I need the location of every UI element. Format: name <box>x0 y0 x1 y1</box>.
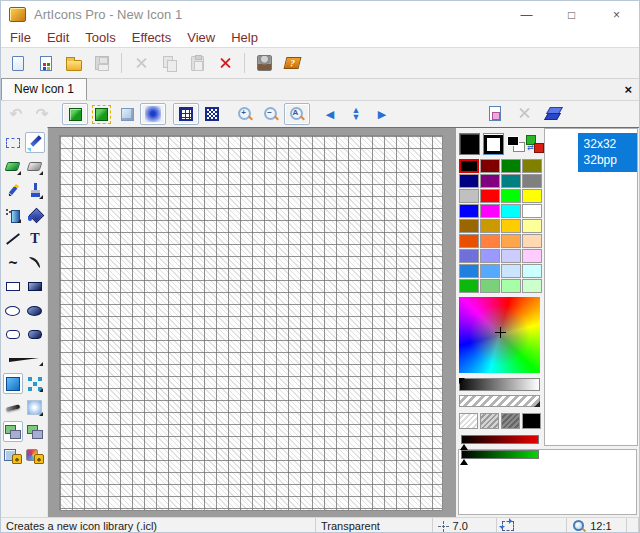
line-button[interactable] <box>3 228 23 249</box>
palette-swatch-24[interactable] <box>459 249 479 263</box>
filled-rectangle-button[interactable] <box>25 276 45 297</box>
palette-swatch-20[interactable] <box>459 234 479 248</box>
color-picker-button[interactable] <box>25 132 45 153</box>
palette-swatch-14[interactable] <box>501 204 521 218</box>
palette-swatch-35[interactable] <box>522 279 542 293</box>
foreground-color-swatch[interactable] <box>459 133 480 155</box>
delete-format-button[interactable] <box>512 103 536 123</box>
transparent-view-button[interactable] <box>114 103 140 125</box>
scroll-vertical-button[interactable] <box>343 103 369 125</box>
scatter-style-button[interactable] <box>25 373 45 394</box>
fill-button[interactable] <box>25 204 45 225</box>
format-item-32x32[interactable]: 32x3232bpp <box>545 133 637 172</box>
wizard-button[interactable] <box>250 50 278 76</box>
new-icon-button[interactable] <box>32 50 60 76</box>
shift-colors-button[interactable] <box>3 421 23 442</box>
copy-button[interactable] <box>155 50 183 76</box>
palette-swatch-27[interactable] <box>522 249 542 263</box>
red-channel-slider[interactable] <box>461 435 539 444</box>
test-icon-button[interactable] <box>541 103 565 123</box>
menu-effects[interactable]: Effects <box>124 30 180 45</box>
redo-button[interactable]: ↷ <box>29 103 55 125</box>
palette-swatch-13[interactable] <box>480 204 500 218</box>
ellipse-button[interactable] <box>3 300 23 321</box>
pencil-button[interactable] <box>3 180 23 201</box>
paste-button[interactable] <box>183 50 211 76</box>
minimize-button[interactable]: — <box>504 1 549 28</box>
spray-button[interactable] <box>3 204 23 225</box>
arc-button[interactable] <box>25 252 45 273</box>
curve-button[interactable]: ~ <box>3 252 23 273</box>
zoom-out-button[interactable]: − <box>258 103 284 125</box>
eraser-alt-button[interactable] <box>25 156 45 177</box>
palette-swatch-30[interactable] <box>501 264 521 278</box>
palette-swatch-8[interactable] <box>459 189 479 203</box>
grayscale-slider[interactable] <box>459 378 540 391</box>
scroll-right-button[interactable]: ▶ <box>369 103 395 125</box>
palette-swatch-15[interactable] <box>522 204 542 218</box>
palette-swatch-9[interactable] <box>480 189 500 203</box>
cut-button[interactable] <box>127 50 155 76</box>
drawing-canvas[interactable] <box>59 135 443 511</box>
menu-view[interactable]: View <box>179 30 223 45</box>
close-button[interactable]: × <box>594 1 639 28</box>
palette-swatch-18[interactable] <box>501 219 521 233</box>
palette-swatch-1[interactable] <box>480 159 500 173</box>
menu-file[interactable]: File <box>2 30 39 45</box>
open-button[interactable] <box>60 50 88 76</box>
palette-swatch-34[interactable] <box>501 279 521 293</box>
lock-transparency-button[interactable] <box>3 445 23 466</box>
menu-help[interactable]: Help <box>223 30 266 45</box>
normal-fill-style-button[interactable] <box>3 373 23 394</box>
show-grid-button[interactable] <box>173 103 199 125</box>
pattern-grid-button[interactable] <box>199 103 225 125</box>
palette-swatch-10[interactable] <box>501 189 521 203</box>
smooth-view-button[interactable] <box>140 103 166 125</box>
tab-new-icon-1[interactable]: New Icon 1 <box>1 78 87 100</box>
lock-colors-button[interactable] <box>25 445 45 466</box>
menu-edit[interactable]: Edit <box>39 30 77 45</box>
rectangular-selection-button[interactable] <box>3 132 23 153</box>
normal-view-button[interactable] <box>62 103 88 125</box>
shade-swatch-medium[interactable] <box>480 413 499 429</box>
default-colors-swatch[interactable] <box>507 136 523 152</box>
shift-colors-alt-button[interactable] <box>25 421 45 442</box>
text-button[interactable]: T <box>25 228 45 249</box>
swap-colors-button[interactable]: ⇄ <box>526 135 543 153</box>
palette-swatch-11[interactable] <box>522 189 542 203</box>
palette-swatch-33[interactable] <box>480 279 500 293</box>
palette-swatch-6[interactable] <box>501 174 521 188</box>
background-color-swatch[interactable] <box>483 133 504 155</box>
smudge-button[interactable] <box>3 397 23 418</box>
palette-swatch-2[interactable] <box>501 159 521 173</box>
palette-swatch-28[interactable] <box>459 264 479 278</box>
tab-close-button[interactable]: × <box>624 82 632 97</box>
selection-view-button[interactable] <box>88 103 114 125</box>
color-gradient-field[interactable] <box>459 297 540 373</box>
palette-swatch-7[interactable] <box>522 174 542 188</box>
rounded-rectangle-button[interactable] <box>3 324 23 345</box>
alpha-slider[interactable] <box>459 395 540 407</box>
palette-swatch-19[interactable] <box>522 219 542 233</box>
green-channel-slider[interactable] <box>461 450 539 459</box>
palette-swatch-29[interactable] <box>480 264 500 278</box>
palette-swatch-25[interactable] <box>480 249 500 263</box>
palette-swatch-26[interactable] <box>501 249 521 263</box>
shade-swatch-dark[interactable] <box>501 413 520 429</box>
filled-ellipse-button[interactable] <box>25 300 45 321</box>
palette-swatch-5[interactable] <box>480 174 500 188</box>
zoom-actual-button[interactable]: A <box>284 103 310 125</box>
menu-tools[interactable]: Tools <box>77 30 123 45</box>
palette-swatch-0[interactable] <box>459 159 479 173</box>
palette-swatch-22[interactable] <box>501 234 521 248</box>
save-button[interactable] <box>88 50 116 76</box>
palette-swatch-31[interactable] <box>522 264 542 278</box>
soft-brush-button[interactable] <box>25 397 45 418</box>
maximize-button[interactable]: □ <box>549 1 594 28</box>
palette-swatch-12[interactable] <box>459 204 479 218</box>
palette-swatch-17[interactable] <box>480 219 500 233</box>
help-button[interactable]: ? <box>278 50 306 76</box>
rectangle-button[interactable] <box>3 276 23 297</box>
palette-swatch-23[interactable] <box>522 234 542 248</box>
palette-swatch-16[interactable] <box>459 219 479 233</box>
